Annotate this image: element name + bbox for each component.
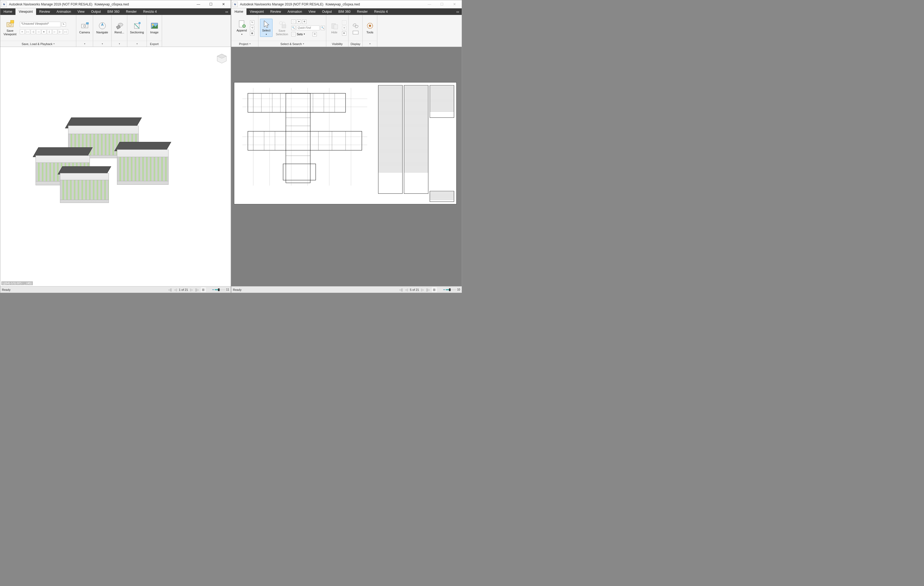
tab-view[interactable]: View bbox=[305, 8, 319, 15]
tab-revizto4[interactable]: Revizto 4 bbox=[140, 8, 160, 15]
render-dropdown-icon[interactable]: ▾ bbox=[119, 43, 120, 45]
navigate-button[interactable]: Navigate bbox=[95, 21, 110, 35]
save-selection-button[interactable]: Save Selection bbox=[274, 19, 290, 37]
navigate-dropdown-icon[interactable]: ▾ bbox=[102, 43, 103, 45]
tab-review[interactable]: Review bbox=[36, 8, 53, 15]
sheet-last-icon[interactable]: |▷ bbox=[426, 288, 430, 291]
titlebar[interactable]: N Autodesk Navisworks Manage 2019 (NOT F… bbox=[0, 0, 231, 8]
tab-render[interactable]: Render bbox=[354, 8, 371, 15]
sheet-next-icon[interactable]: ▷ bbox=[421, 288, 424, 291]
hide-unselected-icon[interactable]: ⬘ bbox=[342, 26, 346, 30]
minimize-button[interactable]: — bbox=[192, 0, 205, 8]
quick-find-go-icon[interactable]: 🔍 bbox=[320, 26, 325, 30]
sheet-first-icon[interactable]: ◁| bbox=[168, 288, 172, 291]
viewport-2d[interactable] bbox=[231, 47, 462, 286]
require-icon[interactable]: ⬚ bbox=[342, 20, 346, 25]
performance-slider[interactable] bbox=[446, 289, 457, 290]
tab-view[interactable]: View bbox=[74, 8, 88, 15]
tab-review[interactable]: Review bbox=[267, 8, 284, 15]
tab-render[interactable]: Render bbox=[123, 8, 140, 15]
svg-point-25 bbox=[355, 25, 358, 28]
append-button[interactable]: Append▾ bbox=[235, 19, 249, 37]
svg-rect-3 bbox=[81, 24, 88, 28]
minimize-button[interactable]: — bbox=[423, 0, 436, 8]
viewport-3d[interactable]: Ц(64)-1/1(-97) : _ (45) bbox=[0, 47, 231, 286]
selection-inspector-icon[interactable]: ⊡ bbox=[312, 32, 317, 36]
tab-bim360[interactable]: BIM 360 bbox=[104, 8, 123, 15]
sheet-last-icon[interactable]: |▷ bbox=[195, 288, 199, 291]
pause-icon[interactable]: || bbox=[47, 29, 52, 34]
hide-button[interactable]: Hide bbox=[328, 21, 340, 35]
title-block bbox=[430, 191, 454, 202]
skip-start-icon[interactable]: |◁ bbox=[25, 29, 30, 34]
save-viewpoint-button[interactable]: Save Viewpoint bbox=[2, 19, 18, 37]
panel-dropdown-icon[interactable]: ▾ bbox=[53, 43, 54, 45]
navisworks-window-left: N Autodesk Navisworks Manage 2019 (NOT F… bbox=[0, 0, 231, 293]
select-all-icon[interactable]: ⬚ bbox=[291, 20, 295, 24]
sets-icon[interactable]: ⬚ bbox=[291, 32, 295, 36]
tab-revizto4[interactable]: Revizto 4 bbox=[371, 8, 391, 15]
render-button[interactable]: Rend... bbox=[113, 21, 126, 35]
svg-point-24 bbox=[352, 23, 356, 26]
sheet-next-icon[interactable]: ▷ bbox=[190, 288, 193, 291]
record-icon[interactable]: ● bbox=[20, 29, 25, 34]
viewpoint-combo[interactable]: *Unsaved Viewpoint* bbox=[20, 22, 61, 27]
close-button[interactable]: ✕ bbox=[448, 0, 460, 8]
maximize-button[interactable]: ☐ bbox=[436, 0, 448, 8]
unhide-all-icon[interactable]: ⊞ bbox=[342, 31, 346, 36]
play-icon[interactable]: ▷ bbox=[53, 29, 57, 34]
tab-viewpoint[interactable]: Viewpoint bbox=[15, 8, 36, 15]
quick-find-input[interactable] bbox=[297, 25, 320, 30]
camera-button[interactable]: Camera bbox=[78, 21, 91, 35]
maximize-button[interactable]: ☐ bbox=[205, 0, 217, 8]
help-pin-icon[interactable]: ▭ bbox=[454, 8, 462, 15]
viewcube-icon[interactable] bbox=[216, 53, 228, 65]
append-icon bbox=[238, 20, 246, 28]
tab-output[interactable]: Output bbox=[318, 8, 335, 15]
tab-home[interactable]: Home bbox=[0, 8, 15, 15]
ribbon: Save Viewpoint *Unsaved Viewpoint* ✎ ● |… bbox=[0, 15, 231, 47]
svg-rect-5 bbox=[86, 23, 89, 24]
tab-viewpoint[interactable]: Viewpoint bbox=[246, 8, 267, 15]
sheet-browser-icon[interactable]: ▥ bbox=[432, 287, 437, 292]
rewind-icon[interactable]: ◁ bbox=[36, 29, 41, 34]
select-same-icon[interactable]: ⬘ bbox=[297, 20, 301, 24]
step-fwd-icon[interactable]: |▷ bbox=[58, 29, 63, 34]
navisworks-window-right: N Autodesk Navisworks Manage 2019 (NOT F… bbox=[231, 0, 462, 293]
skip-end-icon[interactable]: ▷| bbox=[63, 29, 68, 34]
tab-output[interactable]: Output bbox=[87, 8, 104, 15]
viewpoint-edit-icon[interactable]: ✎ bbox=[62, 22, 66, 26]
find-items-icon[interactable]: 🔍 bbox=[291, 26, 295, 30]
close-button[interactable]: ✕ bbox=[217, 0, 229, 8]
tab-animation[interactable]: Animation bbox=[53, 8, 74, 15]
image-button[interactable]: Image bbox=[148, 21, 160, 35]
schedule-table-2 bbox=[404, 85, 428, 194]
camera-dropdown-icon[interactable]: ▾ bbox=[84, 43, 85, 45]
project-dropdown-icon[interactable]: ▾ bbox=[249, 43, 251, 45]
tab-animation[interactable]: Animation bbox=[284, 8, 305, 15]
reset-icon[interactable]: ⟲ bbox=[250, 26, 254, 30]
step-back-icon[interactable]: ◁| bbox=[31, 29, 36, 34]
tab-bim360[interactable]: BIM 360 bbox=[335, 8, 354, 15]
file-options-icon[interactable]: ▦ bbox=[250, 31, 254, 36]
select-search-dropdown-icon[interactable]: ▾ bbox=[303, 43, 304, 45]
tools-button[interactable]: Tools bbox=[364, 21, 376, 35]
sheet-browser-icon[interactable]: ▥ bbox=[201, 287, 206, 292]
sheet-prev-icon[interactable]: ◁ bbox=[405, 288, 408, 291]
sheet-first-icon[interactable]: ◁| bbox=[399, 288, 403, 291]
select-button[interactable]: Select▾ bbox=[260, 19, 272, 37]
stop-icon[interactable]: ■ bbox=[41, 29, 46, 34]
titlebar[interactable]: N Autodesk Navisworks Manage 2019 (NOT F… bbox=[231, 0, 462, 8]
refresh-icon[interactable]: ↻ bbox=[250, 20, 254, 25]
display-button[interactable] bbox=[350, 21, 361, 35]
help-pin-icon[interactable]: ▭ bbox=[223, 8, 231, 15]
tools-dropdown-icon[interactable]: ▾ bbox=[370, 43, 371, 45]
sets-label[interactable]: Sets bbox=[297, 33, 303, 36]
performance-slider[interactable] bbox=[215, 289, 226, 290]
sheet-prev-icon[interactable]: ◁ bbox=[174, 288, 177, 291]
tab-home[interactable]: Home bbox=[231, 8, 246, 15]
svg-marker-7 bbox=[101, 23, 104, 26]
selection-tree-icon[interactable]: ⊞ bbox=[302, 20, 307, 24]
sectioning-button[interactable]: Sectioning bbox=[129, 21, 145, 35]
sectioning-dropdown-icon[interactable]: ▾ bbox=[137, 43, 138, 45]
